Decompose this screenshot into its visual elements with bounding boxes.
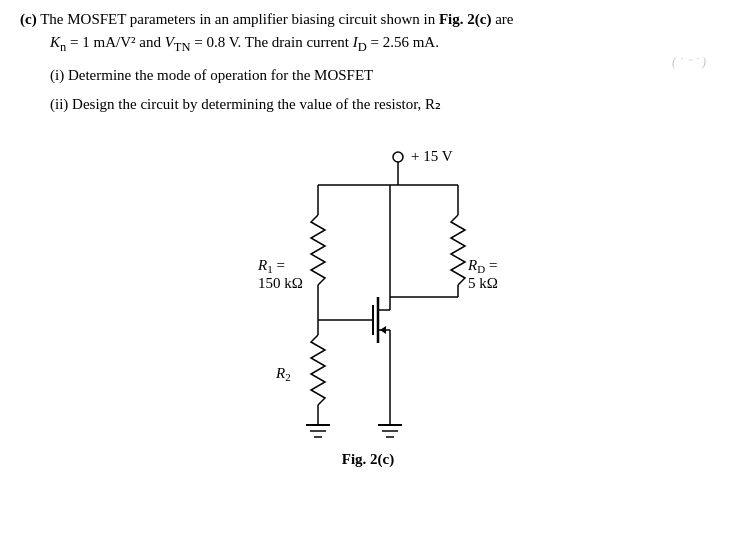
vdd-terminal	[393, 152, 403, 162]
handwritten-annotation: ( ˙ ⁻ ˙ )	[672, 55, 706, 70]
r1-resistor	[311, 215, 325, 285]
rd-label: RD =	[467, 257, 497, 275]
rd-resistor	[451, 215, 465, 285]
part-label: (c)	[20, 11, 37, 27]
circuit-svg: + 15 V R1 = 150 kΩ R2	[198, 135, 538, 445]
parameters: Kn = 1 mA/V² and VTN = 0.8 V. The drain …	[50, 34, 439, 50]
rd-value: 5 kΩ	[468, 275, 498, 291]
r1-value: 150 kΩ	[258, 275, 303, 291]
figure-label: Fig. 2(c)	[342, 451, 394, 468]
circuit-diagram-area: + 15 V R1 = 150 kΩ R2	[20, 135, 716, 468]
r2-label: R2	[275, 365, 291, 383]
sub-questions: (i) Determine the mode of operation for …	[50, 64, 716, 115]
problem-statement: (c) The MOSFET parameters in an amplifie…	[20, 8, 716, 56]
mosfet-arrow	[380, 326, 386, 334]
sub-question-i: (i) Determine the mode of operation for …	[50, 64, 716, 87]
sub-question-ii: (ii) Design the circuit by determining t…	[50, 93, 716, 116]
r2-resistor	[311, 335, 325, 405]
intro-text: The MOSFET parameters in an amplifier bi…	[40, 11, 513, 27]
page: (c) The MOSFET parameters in an amplifie…	[0, 0, 736, 478]
r1-label: R1 =	[257, 257, 285, 275]
vdd-label: + 15 V	[411, 148, 453, 164]
